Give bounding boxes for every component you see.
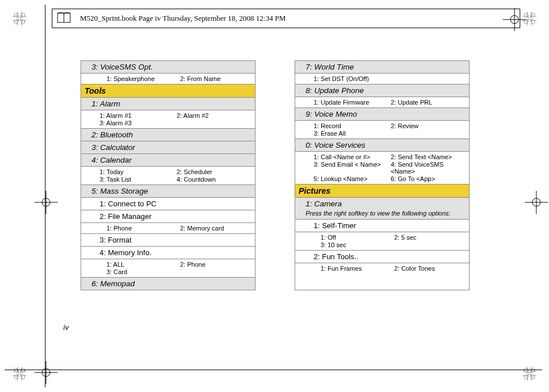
- opts-alarm: 1: Alarm #1 2: Alarm #2 3: Alarm #3: [81, 110, 255, 129]
- cross-mark-icon: [35, 361, 58, 384]
- item-calendar: 4: Calendar: [81, 154, 255, 167]
- opt: 3: Erase All: [314, 130, 388, 137]
- opts-file-manager: 1: Phone 2: Memory card: [81, 223, 255, 234]
- registration-icon: [523, 367, 536, 381]
- svg-point-5: [532, 198, 540, 206]
- opt: 3: 10 sec: [321, 241, 392, 248]
- opt: 4: Countdown: [177, 176, 251, 183]
- item-camera: 1: Camera: [295, 198, 469, 210]
- registration-icon: [523, 11, 536, 25]
- opt: 1: Record: [314, 122, 388, 129]
- opt: 2: Memory card: [180, 225, 251, 232]
- opts-voice-services: 1: Call <Name or #> 2: Send Text <Name> …: [295, 152, 469, 185]
- item-fun-tools: 2: Fun Tools..: [295, 251, 469, 263]
- item-memory-info: 4: Memory Info.: [81, 247, 255, 259]
- cross-mark-icon: [35, 191, 58, 214]
- page-header: M520_Sprint.book Page iv Thursday, Septe…: [52, 9, 520, 28]
- svg-point-2: [42, 198, 50, 206]
- opt: 1: Alarm #1: [100, 112, 174, 119]
- opt: 2: 5 sec: [394, 234, 466, 241]
- item-memopad: 6: Memopad: [81, 278, 255, 290]
- item-voice-memo: 9: Voice Memo: [295, 108, 469, 121]
- item-voice-services: 0: Voice Services: [295, 139, 469, 152]
- header-text: M520_Sprint.book Page iv Thursday, Septe…: [75, 14, 286, 23]
- item-format: 3: Format: [81, 234, 255, 247]
- item-connect-pc: 1: Connect to PC: [81, 198, 255, 210]
- opt: 1: Set DST (On/Off): [314, 75, 388, 82]
- opts-calendar: 1: Today 2: Scheduler 3: Task List 4: Co…: [81, 167, 255, 185]
- vertical-rule: [45, 5, 45, 387]
- section-tools: Tools: [81, 84, 255, 98]
- opt: 2: Send Text <Name>: [391, 153, 466, 160]
- item-alarm: 1: Alarm: [81, 98, 255, 110]
- opt: 2: From Name: [180, 75, 251, 82]
- opts-voicesms: 1: Speakerphone 2: From Name: [81, 74, 255, 84]
- opt: 3: Card: [106, 268, 178, 275]
- opt: 1: Speakerphone: [106, 75, 178, 82]
- horizontal-rule: [5, 370, 542, 370]
- opt: 1: Fun Frames: [321, 265, 392, 272]
- opt: 1: ALL: [106, 261, 178, 268]
- opts-memory-info: 1: ALL 2: Phone 3: Card: [81, 259, 255, 278]
- svg-point-11: [42, 368, 50, 376]
- registration-icon: [13, 367, 26, 381]
- opt: 2: Color Tones: [394, 265, 466, 272]
- opt: 2: Review: [391, 122, 466, 129]
- item-file-manager: 2: File Manager: [81, 210, 255, 223]
- opt: 1: Call <Name or #>: [314, 153, 388, 160]
- cross-mark-icon: [525, 191, 548, 214]
- right-column: 7: World Time 1: Set DST (On/Off) 8: Upd…: [295, 60, 470, 290]
- opts-voice-memo: 1: Record 2: Review 3: Erase All: [295, 121, 469, 139]
- item-update-phone: 8: Update Phone: [295, 84, 469, 97]
- opts-self-timer: 1: Off 2: 5 sec 3: 10 sec: [295, 232, 469, 251]
- item-voicesms: 3: VoiceSMS Opt.: [81, 61, 255, 74]
- opt: 1: Today: [100, 168, 174, 175]
- opt: 2: Alarm #2: [177, 112, 251, 119]
- opt: 1: Off: [321, 234, 392, 241]
- book-icon: [56, 10, 72, 26]
- opt: 1: Phone: [106, 225, 178, 232]
- opt: 3: Send Email < Name>: [314, 161, 388, 175]
- opt: 3: Alarm #3: [100, 120, 174, 126]
- content-columns: 3: VoiceSMS Opt. 1: Speakerphone 2: From…: [81, 60, 470, 290]
- section-pictures: Pictures: [295, 185, 469, 198]
- left-column: 3: VoiceSMS Opt. 1: Speakerphone 2: From…: [81, 60, 256, 290]
- page-number: iv: [63, 323, 68, 332]
- opt: 2: Phone: [180, 261, 251, 268]
- opts-update-phone: 1: Update Firmware 2: Update PRL: [295, 97, 469, 108]
- opt: 2: Scheduler: [177, 168, 251, 175]
- item-mass-storage: 5: Mass Storage: [81, 185, 255, 198]
- opt: 2: Update PRL: [391, 99, 466, 106]
- camera-note: Press the right softkey to view the foll…: [295, 210, 469, 220]
- item-calculator: 3: Calculator: [81, 141, 255, 154]
- opt: 4: Send VoiceSMS <Name>: [391, 161, 466, 175]
- item-bluetooth: 2: Bluetooth: [81, 129, 255, 141]
- opt: 6: Go To <App>: [391, 175, 466, 182]
- item-self-timer: 1: Self-Timer: [295, 220, 469, 232]
- opts-world-time: 1: Set DST (On/Off): [295, 74, 469, 84]
- opt: 5: Lookup <Name>: [314, 175, 388, 182]
- registration-icon: [13, 11, 26, 25]
- opt: 3: Task List: [100, 176, 174, 183]
- item-world-time: 7: World Time: [295, 61, 469, 74]
- opts-fun-tools: 1: Fun Frames 2: Color Tones: [295, 263, 469, 274]
- opt: 1: Update Firmware: [314, 99, 388, 106]
